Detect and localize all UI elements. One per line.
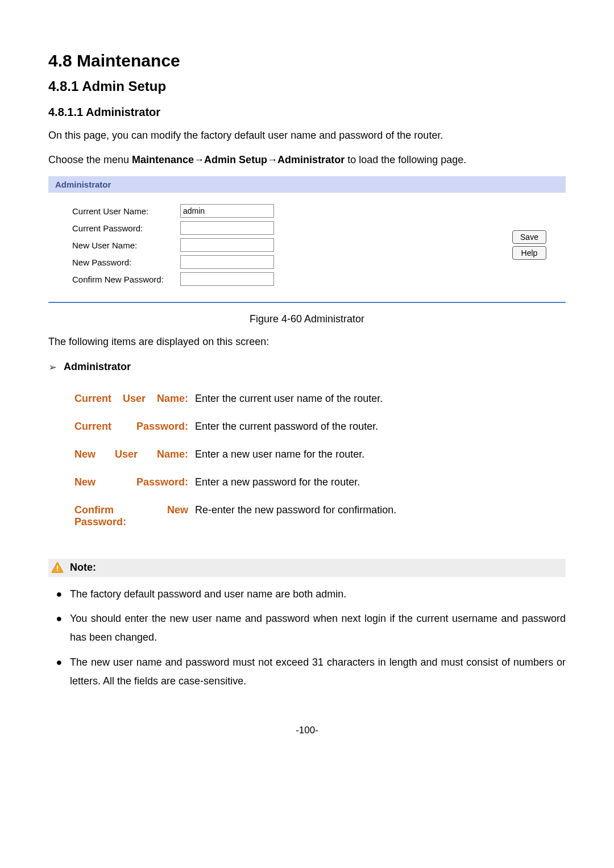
new-password-input[interactable] [180,255,274,269]
current-password-input[interactable] [180,221,274,235]
table-row: Confirm New Password: Re-enter the new p… [71,496,400,536]
definition-heading: Administrator [64,361,131,373]
confirm-new-password-input[interactable] [180,272,274,286]
current-password-label: Current Password: [54,223,180,233]
table-row: New User Name: Enter a new user name for… [71,441,400,468]
confirm-new-password-label: Confirm New Password: [54,275,180,284]
administrator-panel: Administrator Current User Name: Current… [48,176,566,303]
definitions-table: Current User Name: Enter the current use… [71,385,400,536]
table-row: New Password: Enter a new password for t… [71,468,400,496]
list-item: ● The factory default password and user … [48,585,566,604]
menu-path-prefix: Choose the menu [48,154,132,165]
def-desc: Enter a new user name for the router. [192,441,400,468]
note-item-text: You should enter the new user name and p… [70,609,566,647]
heading-4-8-1: 4.8.1 Admin Setup [48,78,566,94]
heading-4-8-1-1: 4.8.1.1 Administrator [48,106,566,119]
table-row: Current Password: Enter the current pass… [71,413,400,441]
figure-caption: Figure 4-60 Administrator [48,313,566,325]
new-password-label: New Password: [54,258,180,267]
intro-text: On this page, you can modify the factory… [48,127,566,144]
menu-path-suffix: to load the following page. [345,154,466,165]
list-item: ● You should enter the new user name and… [48,609,566,647]
list-item: ● The new user name and password must no… [48,653,566,691]
followup-text: The following items are displayed on thi… [48,333,566,351]
bullet-icon: ● [48,609,70,647]
current-user-name-input[interactable] [180,204,274,218]
def-label: New Password: [71,468,192,496]
panel-title: Administrator [48,176,566,193]
new-user-name-label: New User Name: [54,240,180,250]
def-label: Current User Name: [71,385,192,413]
def-label: New User Name: [71,441,192,468]
note-title: Note: [70,562,96,574]
save-button[interactable]: Save [512,230,546,244]
chevron-right-icon: ➢ [48,361,57,373]
bullet-icon: ● [48,653,70,691]
note-item-text: The new user name and password must not … [70,653,566,691]
def-desc: Re-enter the new password for confirmati… [192,496,400,536]
current-user-name-label: Current User Name: [54,206,180,216]
table-row: Current User Name: Enter the current use… [71,385,400,413]
menu-path-text: Choose the menu Maintenance→Admin Setup→… [48,151,566,169]
help-button[interactable]: Help [512,246,546,260]
def-desc: Enter a new password for the router. [192,468,400,496]
menu-path-bold: Maintenance→Admin Setup→Administrator [132,154,345,165]
note-item-text: The factory default password and user na… [70,585,566,604]
warning-icon [51,561,64,575]
bullet-icon: ● [48,585,70,604]
def-label: Current Password: [71,413,192,441]
svg-rect-1 [57,570,58,571]
page-number: -100- [48,725,566,736]
heading-4-8: 4.8 Maintenance [48,51,566,70]
def-desc: Enter the current password of the router… [192,413,400,441]
def-desc: Enter the current user name of the route… [192,385,400,413]
def-label: Confirm New Password: [71,496,192,536]
svg-rect-0 [57,566,58,569]
new-user-name-input[interactable] [180,238,274,252]
note-list: ● The factory default password and user … [48,585,566,691]
